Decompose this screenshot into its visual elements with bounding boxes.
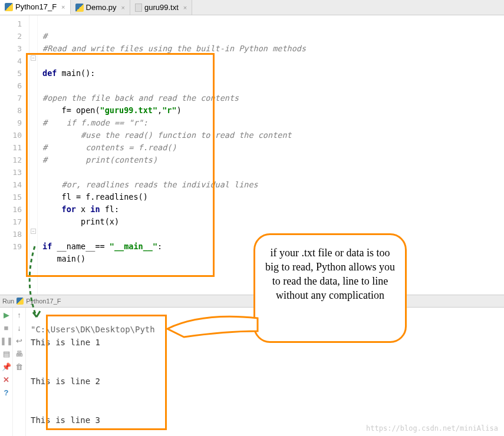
run-label: Run (2, 298, 14, 305)
pin-icon[interactable]: 📌 (2, 362, 11, 371)
console-path: "C:\Users\DK\Desktop\Pyth code\Pyt (31, 325, 225, 334)
play-icon[interactable]: ▶ (2, 310, 11, 319)
console-line: This is line 3 (31, 415, 100, 425)
python-icon (75, 4, 84, 12)
code-comment: #use the read() function to read the con… (42, 130, 292, 140)
editor-tabs: Python17_F × Demo.py × guru99.txt × (0, 0, 504, 15)
console-line: This is line 1 (31, 338, 100, 347)
code-editor[interactable]: 123 456 789 101112 131415 161718 19 − − … (0, 15, 504, 295)
tab-demo[interactable]: Demo.py × (71, 0, 130, 15)
stop-icon[interactable]: ■ (2, 323, 11, 332)
run-panel-header: Run Python17_F (0, 295, 504, 308)
down-arrow-icon[interactable]: ↓ (15, 323, 24, 332)
console-toolbar: ↑ ↓ ↩ 🖶 🗑 (13, 308, 26, 436)
help-icon[interactable]: ? (2, 388, 11, 397)
layout-icon[interactable]: ▤ (2, 349, 11, 358)
code-comment: # if f.mode == "r": (42, 118, 148, 127)
tab-label: Python17_F (15, 2, 57, 11)
console-line: This is line 2 (31, 376, 100, 386)
trash-icon[interactable]: 🗑 (15, 362, 24, 371)
watermark-text: https://blog.csdn.net/miniAlisa (366, 424, 498, 432)
run-target: Python17_F (26, 298, 61, 305)
close-icon[interactable]: × (121, 4, 125, 11)
code-comment: # (42, 31, 47, 41)
run-toolbar: ▶ ■ ❚❚ ▤ 📌 ✕ ? (0, 308, 13, 436)
close-icon[interactable]: × (61, 4, 65, 11)
code-comment: #or, readlines reads the individual line… (42, 180, 258, 189)
python-icon (5, 3, 13, 11)
tab-label: guru99.txt (144, 3, 179, 12)
fold-column: − − (29, 15, 38, 295)
code-line: print(x) (42, 217, 119, 226)
text-file-icon (135, 4, 142, 12)
line-number-gutter: 123 456 789 101112 131415 161718 19 (0, 15, 29, 295)
wrap-icon[interactable]: ↩ (15, 336, 24, 345)
tab-python17[interactable]: Python17_F × (0, 0, 71, 15)
code-comment: #open the file back and read the content… (42, 93, 239, 103)
python-icon (17, 298, 24, 305)
pause-icon[interactable]: ❚❚ (2, 336, 11, 345)
tab-guru99[interactable]: guru99.txt × (130, 0, 192, 15)
print-icon[interactable]: 🖶 (15, 349, 24, 358)
console-panel: ▶ ■ ❚❚ ▤ 📌 ✕ ? ↑ ↓ ↩ 🖶 🗑 "C:\Users\DK\De… (0, 308, 504, 436)
fold-marker-icon[interactable]: − (31, 229, 36, 234)
code-line: main() (42, 254, 85, 263)
up-arrow-icon[interactable]: ↑ (15, 310, 24, 319)
annotation-callout: if your .txt file or data is too big to … (253, 233, 407, 343)
code-comment: #Read and write files using the built-in… (42, 44, 306, 53)
code-comment: # contents = f.read() (42, 143, 177, 152)
callout-text: if your .txt file or data is too big to … (265, 247, 395, 301)
close-icon[interactable]: × (183, 4, 187, 11)
close-icon[interactable]: ✕ (2, 375, 11, 384)
code-line: fl = f.readlines() (42, 192, 148, 202)
fold-marker-icon[interactable]: − (31, 55, 36, 61)
code-comment: # print(contents) (42, 155, 157, 164)
tab-label: Demo.py (86, 3, 117, 12)
